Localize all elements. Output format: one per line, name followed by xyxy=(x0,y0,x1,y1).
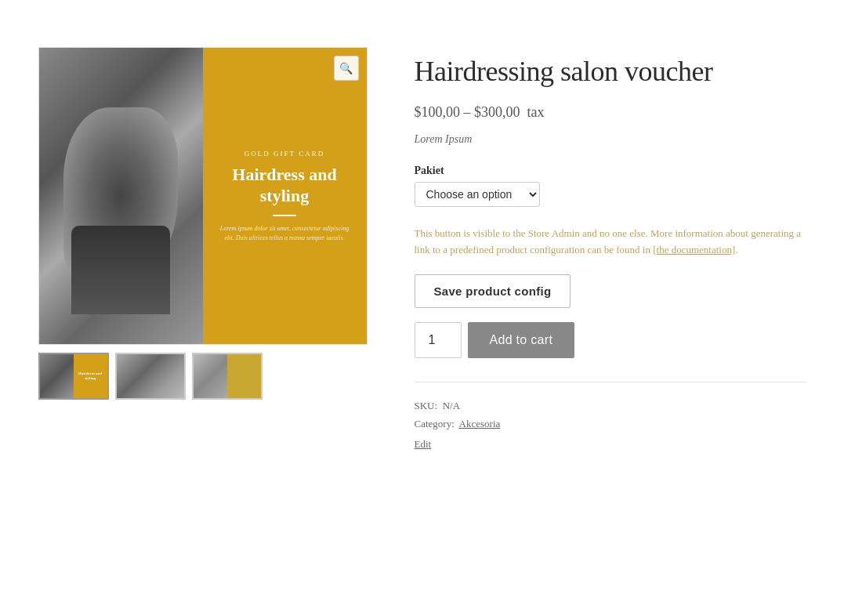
quantity-input[interactable] xyxy=(415,322,462,358)
thumb3-left xyxy=(194,354,227,398)
thumb1-bw xyxy=(40,354,74,398)
pakiet-select[interactable]: Choose an option xyxy=(415,182,540,207)
sku-label: SKU: xyxy=(415,400,438,411)
main-image: GOLD GIFT CARD Hairdress and styling Lor… xyxy=(38,47,368,345)
sku-value: N/A xyxy=(443,400,460,411)
product-price: $100,00 – $300,00 tax xyxy=(415,104,806,121)
add-to-cart-button[interactable]: Add to cart xyxy=(468,322,575,358)
product-layout: GOLD GIFT CARD Hairdress and styling Lor… xyxy=(38,47,806,451)
gift-card-label: GOLD GIFT CARD xyxy=(245,150,324,158)
option-group: Pakiet Choose an option xyxy=(415,165,806,207)
product-meta: SKU: N/A Category: Akcesoria xyxy=(415,397,806,433)
product-description: Lorem Ipsum xyxy=(415,133,806,146)
gift-card-title: Hairdress and styling xyxy=(216,164,354,207)
thumbnail-list: Hairdress and styling xyxy=(38,353,368,400)
gift-card-divider xyxy=(273,215,296,216)
thumbnail-2[interactable] xyxy=(115,353,186,400)
sku-row: SKU: N/A xyxy=(415,397,806,415)
product-gallery: GOLD GIFT CARD Hairdress and styling Lor… xyxy=(38,47,368,451)
category-label: Category: xyxy=(415,418,455,429)
category-row: Category: Akcesoria xyxy=(415,415,806,433)
product-info: Hairdressing salon voucher $100,00 – $30… xyxy=(415,47,806,451)
meta-divider xyxy=(415,382,806,382)
edit-link[interactable]: Edit xyxy=(415,438,432,451)
thumbnail-3[interactable] xyxy=(192,353,263,400)
thumb3-gold xyxy=(227,354,261,398)
thumb1-text: Hairdress and styling xyxy=(74,370,107,383)
category-link[interactable]: Akcesoria xyxy=(459,418,501,429)
product-title: Hairdressing salon voucher xyxy=(415,55,806,89)
thumbnail-1[interactable]: Hairdress and styling xyxy=(38,353,109,400)
price-suffix: tax xyxy=(527,104,545,120)
admin-notice: This button is visible to the Store Admi… xyxy=(415,226,806,259)
page-wrapper: GOLD GIFT CARD Hairdress and styling Lor… xyxy=(0,0,844,498)
admin-notice-text2: . xyxy=(735,244,737,255)
save-config-wrapper: Save product config xyxy=(415,274,806,322)
main-image-inner: GOLD GIFT CARD Hairdress and styling Lor… xyxy=(39,48,367,344)
thumb1-gold: Hairdress and styling xyxy=(74,354,107,398)
gift-card-body: Lorem ipsum dolor sit amet, consectetur … xyxy=(216,224,354,243)
documentation-link[interactable]: [the documentation] xyxy=(653,244,735,255)
admin-notice-text1: This button is visible to the Store Admi… xyxy=(415,227,802,255)
save-config-button[interactable]: Save product config xyxy=(415,274,571,308)
cart-row: Add to cart xyxy=(415,322,806,358)
option-label: Pakiet xyxy=(415,165,806,177)
zoom-button[interactable]: 🔍 xyxy=(334,56,359,81)
price-range: $100,00 – $300,00 xyxy=(415,104,520,120)
thumb2-bw xyxy=(117,354,184,398)
image-gold-half: GOLD GIFT CARD Hairdress and styling Lor… xyxy=(203,48,367,344)
image-bw-half xyxy=(39,48,203,344)
